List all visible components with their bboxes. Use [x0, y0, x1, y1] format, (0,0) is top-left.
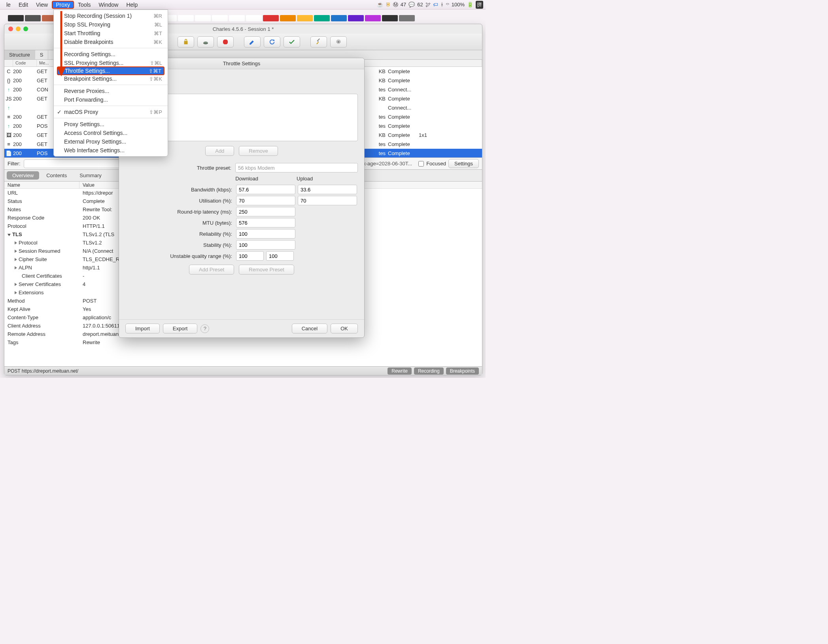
add-preset-button[interactable]: Add Preset — [189, 265, 234, 275]
remove-host-button[interactable]: Remove — [239, 146, 278, 156]
menu-item[interactable]: Reverse Proxies... — [54, 87, 168, 95]
remove-preset-button[interactable]: Remove Preset — [239, 265, 294, 275]
menu-item[interactable]: Recording Settings... — [54, 50, 168, 59]
color-chip — [331, 15, 347, 21]
throttle-input[interactable] — [236, 218, 295, 227]
color-chip — [297, 15, 313, 21]
menu-item[interactable]: Access Control Settings... — [54, 129, 168, 137]
traffic-lights[interactable] — [8, 27, 28, 31]
color-chip — [348, 15, 364, 21]
throttle-input[interactable] — [236, 251, 264, 261]
shield-icon: ⛨ — [386, 2, 391, 8]
pill-breakpoints[interactable]: Breakpoints — [446, 367, 479, 375]
zoom-icon[interactable] — [23, 27, 28, 31]
close-icon[interactable] — [8, 27, 13, 31]
color-chip — [195, 15, 211, 21]
throttle-input[interactable] — [236, 229, 295, 239]
import-button[interactable]: Import — [125, 324, 160, 333]
focused-checkbox[interactable] — [418, 161, 424, 167]
throttle-field-row: Round-trip latency (ms): — [125, 207, 358, 216]
lock-button[interactable] — [178, 36, 194, 47]
menu-item[interactable]: SSL Proxying Settings...⇧⌘L — [54, 59, 168, 67]
bluetooth-icon: ᚼ — [440, 2, 444, 8]
throttle-input[interactable] — [266, 251, 294, 261]
proxy-dropdown: Stop Recording (Session 1)⌘RStop SSL Pro… — [53, 9, 168, 157]
add-host-button[interactable]: Add — [205, 146, 234, 156]
menu-apple[interactable]: le — [2, 1, 15, 9]
menu-window[interactable]: Window — [95, 1, 123, 9]
focused-label: Focused — [426, 161, 446, 167]
throttle-input[interactable] — [236, 185, 295, 194]
tools-button[interactable] — [310, 36, 327, 47]
menu-tools[interactable]: Tools — [74, 1, 95, 9]
menu-item[interactable]: Breakpoint Settings...⇧⌘K — [54, 74, 168, 83]
settings-button[interactable] — [330, 36, 347, 47]
svg-point-3 — [204, 41, 208, 43]
menu-view[interactable]: View — [32, 1, 52, 9]
window-title: Charles 4.5.6 - Session 1 * — [213, 26, 274, 32]
menu-edit[interactable]: Edit — [15, 1, 32, 9]
throttle-field-row: Stability (%): — [125, 240, 358, 250]
pill-rewrite[interactable]: Rewrite — [388, 367, 412, 375]
filter-label: Filter: — [8, 161, 21, 167]
svg-marker-4 — [223, 40, 228, 44]
menu-item[interactable]: External Proxy Settings... — [54, 137, 168, 146]
color-chip — [212, 15, 228, 21]
detail-row[interactable]: TagsRewrite — [4, 338, 482, 347]
tab-overview[interactable]: Overview — [7, 171, 39, 180]
color-chip — [25, 15, 41, 21]
menu-item[interactable]: Stop SSL Proxying⌘L — [54, 20, 168, 29]
throttle-button[interactable] — [197, 36, 214, 47]
menu-item[interactable]: Start Throttling⌘T — [54, 29, 168, 38]
breakpoint-button[interactable] — [217, 36, 234, 47]
color-chip — [8, 15, 24, 21]
m-icon: Ⓜ — [393, 1, 398, 8]
menu-item[interactable]: Stop Recording (Session 1)⌘R — [54, 11, 168, 20]
tab-sequence[interactable]: S — [35, 50, 49, 59]
tab-contents[interactable]: Contents — [41, 171, 72, 180]
tab-summary[interactable]: Summary — [74, 171, 107, 180]
color-chip — [314, 15, 330, 21]
minimize-icon[interactable] — [16, 27, 21, 31]
throttle-field-row: Reliability (%): — [125, 229, 358, 239]
color-chip — [365, 15, 381, 21]
validate-button[interactable] — [284, 36, 300, 47]
menu-item[interactable]: Proxy Settings... — [54, 120, 168, 129]
pill-recording[interactable]: Recording — [414, 367, 444, 375]
throttle-input[interactable] — [298, 196, 357, 205]
help-button[interactable]: ? — [200, 324, 209, 333]
menu-help[interactable]: Help — [122, 1, 142, 9]
ime-icon[interactable]: 拼 — [476, 1, 483, 9]
wifi-icon: ⌔ — [446, 2, 449, 8]
menu-item[interactable]: ✓macOS Proxy⇧⌘P — [54, 108, 168, 116]
menu-item[interactable]: Disable Breakpoints⌘K — [54, 38, 168, 46]
throttle-input[interactable] — [236, 240, 295, 250]
menu-proxy[interactable]: Proxy — [52, 1, 74, 9]
color-chip — [280, 15, 296, 21]
tab-structure[interactable]: Structure — [4, 50, 35, 59]
bird-icon: 🕊 — [425, 2, 431, 8]
col-download: Download — [235, 176, 297, 182]
cancel-button[interactable]: Cancel — [292, 324, 327, 333]
battery-icon: 🔋 — [467, 2, 473, 8]
throttle-field-row: Unstable quality range (%): — [125, 251, 358, 261]
export-button[interactable]: Export — [163, 324, 198, 333]
ok-button[interactable]: OK — [331, 324, 358, 333]
menu-item[interactable]: Web Interface Settings... — [54, 146, 168, 155]
color-chip — [399, 15, 415, 21]
edit-button[interactable] — [244, 36, 261, 47]
color-chip — [178, 15, 194, 21]
throttle-input[interactable] — [298, 185, 357, 194]
repeat-button[interactable] — [264, 36, 280, 47]
preset-select[interactable]: 56 kbps Modem — [235, 163, 358, 172]
throttle-field-row: Utilisation (%): — [125, 196, 358, 205]
throttle-input[interactable] — [236, 207, 295, 216]
menu-item[interactable]: Throttle Settings...⇧⌘T — [57, 66, 164, 75]
settings-button-filter[interactable]: Settings — [448, 159, 479, 168]
menu-item[interactable]: Port Forwarding... — [54, 95, 168, 104]
status-bar: POST https://dreport.meituan.net/ Rewrit… — [4, 366, 482, 375]
tag-icon: 🏷 — [433, 2, 438, 8]
throttle-input[interactable] — [236, 196, 295, 205]
menubar: le Edit View Proxy Tools Window Help ☕ ⛨… — [0, 0, 486, 9]
teapot-icon: ☕ — [377, 2, 383, 8]
